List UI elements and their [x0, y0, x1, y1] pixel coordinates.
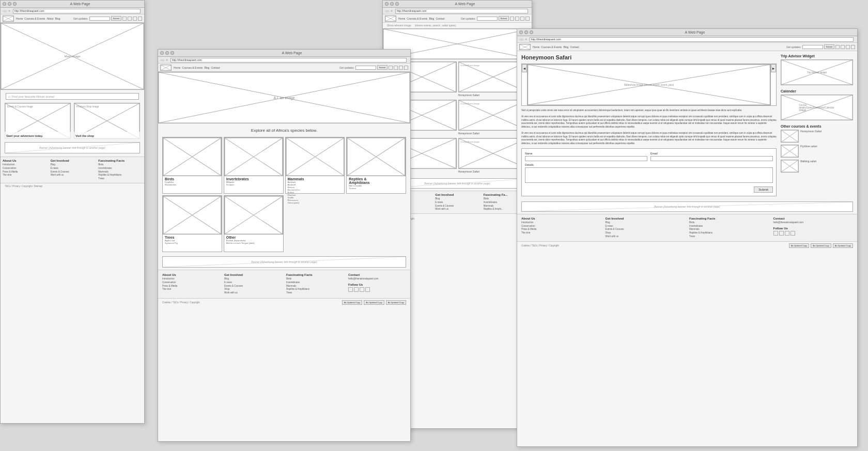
footer-link[interactable]: Events & Courses — [606, 228, 686, 231]
youtube-icon-4[interactable] — [785, 231, 789, 236]
footer-link[interactable]: Conservation — [3, 167, 47, 170]
footer-link[interactable]: Trees — [98, 177, 142, 181]
footer-link[interactable]: Events & Courses — [224, 285, 282, 288]
footer-link[interactable]: The vine — [3, 174, 47, 177]
nav-link[interactable]: Contact — [211, 66, 220, 69]
nav-link[interactable]: Courses & Events — [182, 66, 203, 69]
maximize-btn-3[interactable] — [395, 2, 399, 6]
update-btn-2c[interactable]: As Updated Copy — [386, 300, 406, 305]
maximize-btn-2[interactable] — [171, 51, 174, 55]
category-invertebrates[interactable]: Invertebrates MillipedeScorpion — [224, 137, 284, 194]
category-other[interactable]: Other Baobab (Nyamabela)Mother-in-Law's … — [224, 195, 284, 252]
category-birds[interactable]: Birds KingfisherWoodpecker — [162, 137, 222, 194]
nav-link[interactable]: Blog — [55, 17, 60, 20]
gplus-icon[interactable] — [365, 287, 370, 292]
category-trees[interactable]: Trees Apple LeafSycamore Fig — [162, 195, 222, 252]
other-course-1[interactable]: Honeymoon Safari — [781, 130, 853, 143]
url-bar-3[interactable]: http://theonlineapaert.com — [395, 9, 528, 13]
footer-link[interactable]: Blog — [606, 221, 686, 225]
footer-link[interactable]: Work with us — [224, 291, 282, 295]
footer-link[interactable]: Blog — [51, 163, 95, 167]
footer-link[interactable]: The vine — [162, 288, 220, 291]
footer-link[interactable]: Invertebrates — [286, 281, 344, 285]
next-arrow-4[interactable]: ► — [771, 64, 776, 72]
footer-link[interactable]: Mammals — [689, 228, 769, 231]
footer-link[interactable]: E-news — [435, 201, 479, 205]
footer-link[interactable]: Birds — [98, 163, 142, 167]
maximize-btn-4[interactable] — [530, 30, 533, 34]
footer-link[interactable]: Blog — [224, 277, 282, 281]
nav-link[interactable]: Courses & Events — [24, 17, 45, 20]
minimize-btn-2[interactable] — [165, 51, 169, 55]
footer-link[interactable]: Events & Courses — [51, 170, 95, 174]
email-form-input-4[interactable] — [650, 156, 773, 161]
nav-link[interactable]: Contact — [570, 45, 579, 49]
minimize-btn-4[interactable] — [524, 30, 528, 34]
minimize-btn-1[interactable] — [8, 2, 11, 6]
footer-link[interactable]: Shop — [606, 231, 686, 235]
twitter-icon-4[interactable] — [779, 231, 784, 236]
footer-link[interactable]: Birds — [286, 277, 344, 281]
email-input-4[interactable] — [802, 45, 823, 49]
other-course-3[interactable]: Walking safari — [781, 160, 853, 173]
nav-link[interactable]: Home — [533, 45, 539, 49]
url-bar-1[interactable]: http://theonlineapaert.com — [13, 9, 141, 13]
maximize-btn-1[interactable] — [13, 2, 17, 6]
footer-link[interactable]: Invertebrates — [98, 167, 142, 170]
footer-link[interactable]: E-news — [224, 281, 282, 285]
footer-link[interactable]: Reptiles & Amphibians — [286, 288, 344, 291]
footer-link[interactable]: Press & Media — [3, 170, 47, 174]
nav-link[interactable]: Blog — [204, 66, 209, 69]
footer-link[interactable]: Birds — [689, 221, 769, 225]
minimize-btn-3[interactable] — [390, 2, 394, 6]
footer-link[interactable]: Work with us — [606, 235, 686, 239]
footer-link[interactable]: Conservation — [162, 281, 220, 285]
footer-link[interactable]: Reptiles & Amphibians — [689, 231, 769, 235]
details-textarea-4[interactable] — [525, 167, 773, 183]
name-input-4[interactable] — [525, 156, 647, 161]
url-bar-4[interactable]: http://theonlineapaert.com — [530, 37, 854, 42]
footer-link[interactable]: Invertebrates — [689, 225, 769, 228]
submit-btn-4[interactable]: Submit — [824, 44, 834, 49]
email-input-2[interactable] — [355, 66, 376, 70]
footer-link[interactable]: Conservation — [521, 225, 601, 228]
footer-link[interactable]: Trees — [286, 291, 344, 295]
category-reptiles[interactable]: Reptiles &Amphibians Nile CrocodileTorto… — [346, 137, 406, 194]
nav-link[interactable]: Blog — [429, 17, 434, 20]
nav-link[interactable]: Blog — [563, 45, 568, 49]
footer-link[interactable]: Introduction — [162, 277, 220, 281]
close-btn-2[interactable] — [160, 51, 164, 55]
footer-link[interactable]: E-news — [51, 167, 95, 170]
category-mammals[interactable]: Mammals AardvarkAardwolfBaboonBat-eared … — [285, 137, 345, 194]
url-bar-2[interactable]: http://theonlineapaert.com — [171, 58, 407, 63]
nav-link[interactable]: Home — [16, 17, 23, 20]
other-course-2[interactable]: Fly/drive safari — [781, 145, 853, 158]
submit-button-4[interactable]: Submit — [754, 186, 773, 193]
submit-btn-3[interactable]: Submit — [499, 16, 509, 21]
footer-link[interactable]: Events & Courses — [435, 205, 479, 208]
footer-link[interactable]: Work with us — [51, 174, 95, 177]
nav-link[interactable]: Courses & Events — [541, 45, 562, 49]
footer-link[interactable]: The vine — [521, 231, 601, 235]
nav-link[interactable]: Home — [174, 66, 180, 69]
footer-link[interactable]: Mammals — [286, 285, 344, 288]
footer-link[interactable]: Work with us — [435, 208, 479, 211]
update-btn-4b[interactable]: As Updated Copy — [811, 243, 831, 248]
twitter-icon[interactable] — [354, 287, 359, 292]
footer-link[interactable]: Press & Media — [521, 228, 601, 231]
close-btn-1[interactable] — [3, 2, 6, 6]
footer-link[interactable]: Introduction — [521, 221, 601, 225]
footer-link[interactable]: Press & Media — [162, 285, 220, 288]
youtube-icon[interactable] — [360, 287, 364, 292]
footer-link[interactable]: Reptiles & Amphibians — [98, 174, 142, 177]
footer-link[interactable]: Introduction — [3, 163, 47, 167]
facebook-icon[interactable] — [348, 287, 353, 292]
facebook-icon-4[interactable] — [773, 231, 778, 236]
update-btn-2a[interactable]: As Updated Copy — [342, 300, 362, 305]
update-btn-4c[interactable]: As Updated Copy — [833, 243, 853, 248]
footer-link[interactable]: hello@thenationalapaert.com — [773, 221, 854, 225]
footer-link[interactable]: Mammals — [98, 170, 142, 174]
nav-link[interactable]: About — [47, 17, 53, 20]
nav-link[interactable]: Courses & Events — [407, 17, 427, 20]
nav-link[interactable]: Contact — [436, 17, 444, 20]
